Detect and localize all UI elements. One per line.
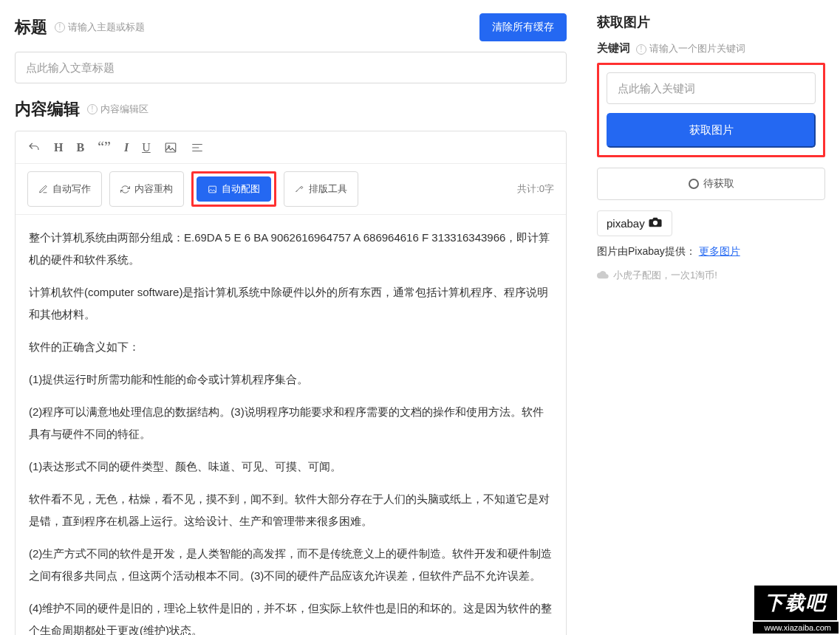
auto-write-button[interactable]: 自动写作 <box>27 171 102 207</box>
underline-icon[interactable]: U <box>142 141 151 154</box>
auto-image-label: 自动配图 <box>222 182 260 196</box>
paragraph: 整个计算机系统由两部分组成：E.69DA 5 E 6 BA 9062616964… <box>29 227 553 271</box>
italic-icon[interactable]: I <box>124 141 129 154</box>
info-icon: ! <box>55 22 65 32</box>
restructure-button[interactable]: 内容重构 <box>109 171 184 207</box>
character-count: 共计:0字 <box>517 182 554 196</box>
svg-point-6 <box>653 221 658 225</box>
format-toolbar: H B “” I U <box>16 131 566 164</box>
title-hint: ! 请输入主题或标题 <box>55 21 145 34</box>
paragraph: (2)生产方式不同的软件是开发，是人类智能的高发挥，而不是传统意义上的硬件制造。… <box>29 543 553 587</box>
paragraph: 软件看不见，无色，枯燥，看不见，摸不到，闻不到。软件大部分存在于人们的头脑或纸上… <box>29 488 553 532</box>
watermark-url: www.xiazaiba.com <box>753 622 839 634</box>
circle-icon <box>689 179 699 189</box>
info-icon: ! <box>87 104 98 114</box>
keyword-hint-text: 请输入一个图片关键词 <box>649 43 745 54</box>
keyword-input[interactable] <box>607 72 816 104</box>
title-section-label: 标题 ! 请输入主题或标题 <box>15 16 145 38</box>
auto-write-label: 自动写作 <box>52 182 91 196</box>
article-title-input[interactable] <box>15 52 567 83</box>
pixabay-badge: pixabay <box>597 210 672 236</box>
cloud-icon <box>597 270 609 281</box>
image-icon[interactable] <box>164 141 177 154</box>
content-label-text: 内容编辑 <box>15 98 80 120</box>
provider-prefix: 图片由Pixabay提供： <box>597 245 696 257</box>
bold-icon[interactable]: B <box>76 141 84 154</box>
heading-icon[interactable]: H <box>54 141 63 154</box>
paragraph: (4)维护不同的硬件是旧的，理论上软件是旧的，并不坏，但实际上软件也是旧的和坏的… <box>29 597 553 635</box>
highlight-auto-image: 自动配图 <box>191 171 276 207</box>
sidebar-image-title: 获取图片 <box>597 13 825 31</box>
keyword-hint: ! 请输入一个图片关键词 <box>636 42 745 55</box>
action-toolbar: 自动写作 内容重构 自动配图 <box>16 164 566 215</box>
layout-tool-label: 排版工具 <box>309 182 347 196</box>
pixabay-label: pixabay <box>607 217 645 230</box>
paragraph: (2)程序可以满意地处理信息的数据结构。(3)说明程序功能要求和程序需要的文档的… <box>29 401 553 445</box>
title-hint-text: 请输入主题或标题 <box>68 21 145 34</box>
keyword-label: 关键词 ! 请输入一个图片关键词 <box>597 41 825 55</box>
content-hint-text: 内容编辑区 <box>100 103 148 116</box>
quote-icon[interactable]: “” <box>98 139 111 156</box>
watermark: 下载吧 www.xiazaiba.com <box>753 584 839 634</box>
auto-image-button[interactable]: 自动配图 <box>197 176 271 202</box>
undo-icon[interactable] <box>27 141 41 154</box>
info-icon: ! <box>636 44 646 55</box>
paragraph: (1)提供运行时所需功能和性能的命令或计算机程序集合。 <box>29 368 553 391</box>
editor-content[interactable]: 整个计算机系统由两部分组成：E.69DA 5 E 6 BA 9062616964… <box>16 215 566 635</box>
fetch-image-button[interactable]: 获取图片 <box>607 113 816 148</box>
content-hint: ! 内容编辑区 <box>87 103 148 116</box>
more-images-link[interactable]: 更多图片 <box>699 245 740 257</box>
status-button-label: 待获取 <box>703 177 734 190</box>
clear-cache-button[interactable]: 清除所有缓存 <box>479 13 567 41</box>
footer-note-text: 小虎子配图，一次1淘币! <box>613 269 717 282</box>
content-section-label: 内容编辑 ! 内容编辑区 <box>15 98 567 120</box>
layout-tool-button[interactable]: 排版工具 <box>284 171 358 207</box>
keyword-label-text: 关键词 <box>597 41 630 55</box>
paragraph: 计算机软件(computer software)是指计算机系统中除硬件以外的所有… <box>29 281 553 326</box>
footer-note: 小虎子配图，一次1淘币! <box>597 269 825 282</box>
watermark-text: 下载吧 <box>753 584 839 622</box>
restructure-label: 内容重构 <box>134 182 173 196</box>
svg-rect-0 <box>165 143 176 152</box>
highlight-keyword-box: 获取图片 <box>597 63 825 157</box>
paragraph: 软件的正确含义如下： <box>29 336 553 358</box>
svg-rect-5 <box>209 186 216 193</box>
editor-box: H B “” I U <box>15 131 567 635</box>
align-left-icon[interactable] <box>191 141 204 154</box>
status-button[interactable]: 待获取 <box>597 168 825 200</box>
paragraph: (1)表达形式不同的硬件类型、颜色、味道、可见、可摸、可闻。 <box>29 456 553 478</box>
camera-icon <box>648 217 663 230</box>
provider-text: 图片由Pixabay提供： 更多图片 <box>597 245 825 258</box>
title-label-text: 标题 <box>15 16 47 38</box>
